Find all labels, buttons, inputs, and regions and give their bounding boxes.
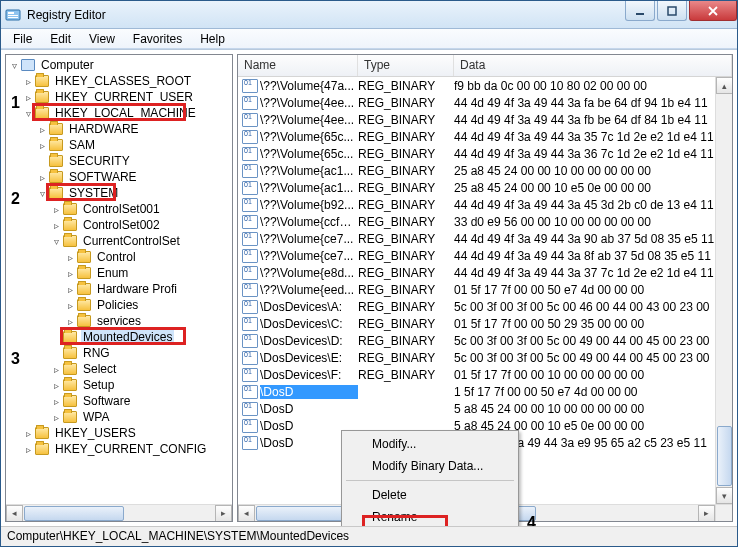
list-vscroll-thumb[interactable]	[717, 426, 732, 486]
expand-toggle-icon[interactable]: ▹	[22, 443, 34, 455]
list-row[interactable]: \??\Volume{eed...REG_BINARY01 5f 17 7f 0…	[238, 281, 732, 298]
list-row[interactable]: \DosDevices\A:REG_BINARY5c 00 3f 00 3f 0…	[238, 298, 732, 315]
tree-node[interactable]: ▹Setup	[8, 377, 232, 393]
expand-toggle-icon[interactable]: ▿	[50, 235, 62, 247]
menu-file[interactable]: File	[5, 30, 40, 48]
list-scroll-up[interactable]: ▴	[716, 77, 733, 94]
list-row[interactable]: \??\Volume{b92...REG_BINARY44 4d 49 4f 3…	[238, 196, 732, 213]
list-row[interactable]: \??\Volume{4ee...REG_BINARY44 4d 49 4f 3…	[238, 94, 732, 111]
menu-help[interactable]: Help	[192, 30, 233, 48]
list-row[interactable]: \??\Volume{65c...REG_BINARY44 4d 49 4f 3…	[238, 128, 732, 145]
tree-node[interactable]: ▿CurrentControlSet	[8, 233, 232, 249]
menu-favorites[interactable]: Favorites	[125, 30, 190, 48]
expand-toggle-icon[interactable]: ▹	[50, 203, 62, 215]
list-scroll-down[interactable]: ▾	[716, 487, 733, 504]
list-row[interactable]: \??\Volume{4ee...REG_BINARY44 4d 49 4f 3…	[238, 111, 732, 128]
expand-toggle-icon[interactable]: ▿	[8, 59, 20, 71]
expand-toggle-icon[interactable]: ▹	[50, 395, 62, 407]
tree-node[interactable]: ▹services	[8, 313, 232, 329]
expand-toggle-icon[interactable]: ▹	[36, 171, 48, 183]
expand-toggle-icon[interactable]: ▹	[64, 251, 76, 263]
list-row[interactable]: \DosD1 5f 17 7f 00 00 50 e7 4d 00 00 00	[238, 383, 732, 400]
tree-node[interactable]: ▹ControlSet001	[8, 201, 232, 217]
list-row[interactable]: \??\Volume{ce7...REG_BINARY44 4d 49 4f 3…	[238, 230, 732, 247]
tree-node[interactable]: ▹HARDWARE	[8, 121, 232, 137]
expand-toggle-icon[interactable]: ▹	[50, 363, 62, 375]
tree-node[interactable]: ▹HKEY_USERS	[8, 425, 232, 441]
maximize-button[interactable]	[657, 1, 687, 21]
list-row[interactable]: \DosD5 a8 45 24 00 00 10 00 00 00 00 00	[238, 400, 732, 417]
tree-node[interactable]: RNG	[8, 345, 232, 361]
tree-scroll-left[interactable]: ◂	[6, 505, 23, 522]
col-header-data[interactable]: Data	[454, 55, 732, 76]
expand-toggle-icon[interactable]: ▿	[22, 107, 34, 119]
tree-node[interactable]: ▹HKEY_CURRENT_USER	[8, 89, 232, 105]
expand-toggle-icon[interactable]: ▹	[64, 315, 76, 327]
expand-toggle-icon[interactable]: ▹	[64, 283, 76, 295]
folder-icon	[35, 107, 49, 119]
tree-node[interactable]: ▿Computer	[8, 57, 232, 73]
binary-value-icon	[242, 249, 258, 263]
list-scroll-right[interactable]: ▸	[698, 505, 715, 522]
tree-node[interactable]: ▹HKEY_CURRENT_CONFIG	[8, 441, 232, 457]
context-modify[interactable]: Modify...	[344, 433, 516, 455]
tree-node[interactable]: ▹Control	[8, 249, 232, 265]
tree-node[interactable]: ▹Enum	[8, 265, 232, 281]
tree-pane[interactable]: ▿Computer▹HKEY_CLASSES_ROOT▹HKEY_CURRENT…	[5, 54, 233, 522]
list-vscroll[interactable]: ▴ ▾	[715, 77, 732, 504]
expand-toggle-icon[interactable]: ▹	[50, 411, 62, 423]
list-row[interactable]: \??\Volume{ccf1...REG_BINARY33 d0 e9 56 …	[238, 213, 732, 230]
menu-edit[interactable]: Edit	[42, 30, 79, 48]
list-scroll-left[interactable]: ◂	[238, 505, 255, 522]
tree-node[interactable]: ▹Software	[8, 393, 232, 409]
tree-node[interactable]: ▹Hardware Profi	[8, 281, 232, 297]
list-row[interactable]: \??\Volume{ce7...REG_BINARY44 4d 49 4f 3…	[238, 247, 732, 264]
list-row[interactable]: \??\Volume{65c...REG_BINARY44 4d 49 4f 3…	[238, 145, 732, 162]
tree-node[interactable]: ▹SAM	[8, 137, 232, 153]
cell-name: \??\Volume{e8d...	[260, 266, 358, 280]
context-rename[interactable]: Rename	[344, 506, 516, 526]
cell-data: 5 a8 45 24 00 00 10 00 00 00 00 00	[454, 402, 732, 416]
list-row[interactable]: \DosDevices\C:REG_BINARY01 5f 17 7f 00 0…	[238, 315, 732, 332]
tree-node[interactable]: ▿SYSTEM	[8, 185, 232, 201]
list-row[interactable]: \DosDevices\F:REG_BINARY01 5f 17 7f 00 0…	[238, 366, 732, 383]
expand-toggle-icon[interactable]: ▹	[64, 267, 76, 279]
tree-node[interactable]: ▿HKEY_LOCAL_MACHINE	[8, 105, 232, 121]
expand-toggle-icon[interactable]: ▹	[36, 123, 48, 135]
minimize-button[interactable]	[625, 1, 655, 21]
tree-node[interactable]: ▹WPA	[8, 409, 232, 425]
titlebar[interactable]: Registry Editor	[1, 1, 737, 29]
tree-node[interactable]: ▹Select	[8, 361, 232, 377]
tree-node[interactable]: ▹SOFTWARE	[8, 169, 232, 185]
col-header-type[interactable]: Type	[358, 55, 454, 76]
tree-node[interactable]: ▹Policies	[8, 297, 232, 313]
tree-node[interactable]: ▹ControlSet002	[8, 217, 232, 233]
context-modify-binary[interactable]: Modify Binary Data...	[344, 455, 516, 477]
expand-toggle-icon[interactable]: ▹	[64, 299, 76, 311]
col-header-name[interactable]: Name	[238, 55, 358, 76]
close-button[interactable]	[689, 1, 737, 21]
list-row[interactable]: \??\Volume{e8d...REG_BINARY44 4d 49 4f 3…	[238, 264, 732, 281]
menu-view[interactable]: View	[81, 30, 123, 48]
expand-toggle-icon[interactable]: ▹	[22, 427, 34, 439]
expand-toggle-icon[interactable]: ▿	[36, 187, 48, 199]
tree-scroll-right[interactable]: ▸	[215, 505, 232, 522]
binary-value-icon	[242, 130, 258, 144]
list-row[interactable]: \??\Volume{ac1...REG_BINARY25 a8 45 24 0…	[238, 179, 732, 196]
list-row[interactable]: \??\Volume{ac1...REG_BINARY25 a8 45 24 0…	[238, 162, 732, 179]
expand-toggle-icon[interactable]: ▹	[22, 75, 34, 87]
tree-node[interactable]: ▹HKEY_CLASSES_ROOT	[8, 73, 232, 89]
expand-toggle-icon[interactable]: ▹	[36, 139, 48, 151]
tree-node[interactable]: MountedDevices	[8, 329, 232, 345]
list-row[interactable]: \??\Volume{47a...REG_BINARYf9 bb da 0c 0…	[238, 77, 732, 94]
context-delete[interactable]: Delete	[344, 484, 516, 506]
list-row[interactable]: \DosDevices\D:REG_BINARY5c 00 3f 00 3f 0…	[238, 332, 732, 349]
expand-toggle-icon[interactable]: ▹	[22, 91, 34, 103]
list-row[interactable]: \DosDevices\E:REG_BINARY5c 00 3f 00 3f 0…	[238, 349, 732, 366]
expand-toggle-icon[interactable]: ▹	[50, 379, 62, 391]
cell-data: 33 d0 e9 56 00 00 10 00 00 00 00 00	[454, 215, 732, 229]
expand-toggle-icon[interactable]: ▹	[50, 219, 62, 231]
tree-node[interactable]: SECURITY	[8, 153, 232, 169]
tree-scroll-thumb[interactable]	[24, 506, 124, 521]
cell-type: REG_BINARY	[358, 164, 454, 178]
